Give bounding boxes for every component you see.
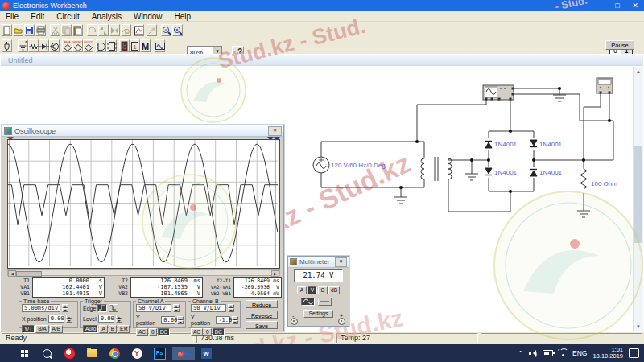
rising-edge-button[interactable] bbox=[97, 304, 107, 312]
reverse-button[interactable]: Reverse bbox=[246, 311, 278, 319]
volume-icon[interactable]: ) bbox=[529, 350, 537, 357]
ampere-mode-button[interactable]: A bbox=[297, 286, 307, 294]
ac-voltage-source[interactable] bbox=[313, 157, 329, 173]
language-indicator[interactable]: ENG bbox=[572, 349, 587, 357]
transformer[interactable] bbox=[421, 157, 452, 181]
readout-box-2: 126.8469ms -107.1535V 101.4865V bbox=[130, 277, 203, 298]
taskbar-search-button[interactable] bbox=[40, 347, 53, 360]
xposition-label: X position bbox=[22, 316, 47, 322]
clock-date: 18.10.2019 bbox=[592, 353, 623, 360]
timebase-spinner[interactable] bbox=[62, 304, 68, 312]
channel-a-scale[interactable]: 50 V/Div bbox=[136, 304, 171, 312]
diode-1n4001[interactable] bbox=[485, 168, 492, 175]
ewb-app-icon bbox=[178, 348, 189, 358]
scope-horizontal-scrollbar[interactable]: ◀ ▶ bbox=[7, 269, 280, 276]
photoshop-icon[interactable]: Ps bbox=[153, 347, 166, 360]
edge-label: Edge bbox=[83, 306, 96, 311]
ac-signal-button[interactable] bbox=[301, 298, 315, 306]
oscilloscope-window-icon bbox=[4, 127, 12, 135]
trigger-level-value[interactable]: 0.00 bbox=[98, 315, 114, 323]
scope-scroll-left-icon[interactable]: ◀ bbox=[8, 270, 16, 277]
scope-plot[interactable] bbox=[8, 140, 278, 266]
ground-symbol[interactable] bbox=[577, 211, 590, 217]
trigger-auto-button[interactable]: Auto bbox=[83, 325, 98, 333]
tray-chevron-icon[interactable]: ⌃ bbox=[518, 350, 523, 357]
trigger-b-button[interactable]: B bbox=[109, 325, 117, 333]
diode-1n4001[interactable] bbox=[530, 140, 537, 147]
channel-a-zero-button[interactable]: 0 bbox=[149, 328, 157, 336]
dc-signal-button[interactable] bbox=[318, 298, 332, 306]
multimeter-close-icon[interactable]: ✕ bbox=[335, 257, 347, 267]
channel-b-dc-button[interactable]: DC bbox=[213, 328, 225, 336]
yposition-label: Y position bbox=[136, 315, 159, 326]
channel-a-ac-button[interactable]: AC bbox=[136, 328, 148, 336]
trigger-a-button[interactable]: A bbox=[99, 325, 107, 333]
oscilloscope-title: Oscilloscope bbox=[14, 127, 56, 135]
wifi-icon[interactable]: * bbox=[559, 350, 567, 356]
trigger-ext-button[interactable]: Ext bbox=[118, 325, 130, 333]
channel-b-group: Channel B 50 V/Div Y position -1.00 AC 0… bbox=[188, 301, 241, 328]
ab-mode-button[interactable]: A/B bbox=[50, 325, 63, 333]
channel-a-ypos-spinner[interactable] bbox=[177, 316, 184, 324]
negative-terminal[interactable] bbox=[291, 318, 298, 325]
scope-grid bbox=[8, 140, 278, 266]
resistor-100-ohm[interactable] bbox=[580, 169, 587, 189]
xposition-value[interactable]: 0.00 bbox=[48, 315, 64, 323]
ground-symbol[interactable] bbox=[553, 95, 566, 101]
word-icon[interactable]: W bbox=[200, 347, 213, 360]
yt-mode-button[interactable]: Y/T bbox=[22, 325, 35, 333]
ewb-taskbar-button[interactable] bbox=[172, 347, 195, 360]
start-button[interactable] bbox=[18, 347, 31, 360]
yandex-browser-icon[interactable]: Y bbox=[130, 347, 143, 360]
multimeter-titlebar[interactable]: Multimeter ✕ bbox=[288, 257, 349, 268]
action-center-icon[interactable] bbox=[629, 348, 639, 358]
volt-mode-button[interactable]: V bbox=[308, 286, 317, 294]
falling-edge-icon bbox=[110, 305, 117, 311]
xposition-spinner[interactable] bbox=[66, 315, 72, 323]
oscilloscope-instrument-icon[interactable] bbox=[483, 85, 514, 101]
channel-a-group: Channel A 50 V/Div Y position 0.00 AC 0 … bbox=[133, 301, 186, 328]
resistor-label: 100 Ohm bbox=[591, 180, 617, 187]
channel-b-ypos-spinner[interactable] bbox=[232, 316, 238, 324]
oscilloscope-close-icon[interactable]: ✕ bbox=[268, 126, 282, 136]
settings-button[interactable]: Settings bbox=[303, 310, 333, 318]
readout-labels-3: T2-T1VA2-VA1VB2-VB1 bbox=[202, 278, 231, 297]
channel-b-ac-button[interactable]: AC bbox=[191, 328, 203, 336]
red-app-icon[interactable] bbox=[63, 347, 76, 360]
diode-1n4001[interactable] bbox=[485, 142, 492, 149]
channel-b-scale[interactable]: 50 V/Div bbox=[191, 304, 226, 312]
chrome-icon[interactable] bbox=[108, 347, 121, 360]
positive-terminal[interactable] bbox=[338, 318, 345, 325]
falling-edge-button[interactable] bbox=[109, 304, 118, 312]
battery-icon[interactable] bbox=[543, 350, 553, 356]
scope-scroll-thumb[interactable] bbox=[16, 271, 42, 277]
file-explorer-icon[interactable] bbox=[85, 347, 98, 360]
channel-a-ypos[interactable]: 0.00 bbox=[161, 316, 175, 324]
channel-a-scale-spinner[interactable] bbox=[173, 304, 180, 312]
rising-edge-icon bbox=[99, 305, 105, 311]
windows-logo-icon bbox=[21, 350, 28, 357]
reduce-button[interactable]: Reduce bbox=[246, 300, 278, 308]
readout-box-1: 0.0000s 162.4401V 101.4915V bbox=[32, 277, 105, 298]
channel-a-dc-button[interactable]: DC bbox=[158, 328, 170, 336]
multimeter-display: 21.74 V bbox=[294, 269, 343, 282]
ground-symbol[interactable] bbox=[394, 197, 407, 204]
channel-b-trace bbox=[8, 185, 278, 225]
ba-mode-button[interactable]: B/A bbox=[35, 325, 48, 333]
save-scope-button[interactable]: Save bbox=[246, 321, 278, 329]
timebase-value[interactable]: 5.00ms/div bbox=[22, 304, 60, 312]
oscilloscope-titlebar[interactable]: Oscilloscope ✕ bbox=[2, 125, 283, 137]
diode-1n4001[interactable] bbox=[530, 170, 537, 177]
taskbar-clock[interactable]: 1:01 18.10.2019 bbox=[592, 347, 623, 360]
channel-b-ypos[interactable]: -1.00 bbox=[216, 316, 230, 324]
scope-scroll-right-icon[interactable]: ▶ bbox=[271, 270, 279, 277]
decibel-mode-button[interactable]: dB bbox=[328, 286, 340, 294]
channel-b-zero-button[interactable]: 0 bbox=[204, 328, 212, 336]
yposition-label: Y position bbox=[191, 315, 214, 326]
channel-b-scale-spinner[interactable] bbox=[228, 304, 234, 312]
ground-symbol[interactable] bbox=[465, 174, 478, 180]
ohm-mode-button[interactable]: Ω bbox=[318, 286, 328, 294]
trigger-level-spinner[interactable] bbox=[116, 315, 122, 323]
multimeter-instrument-icon[interactable] bbox=[597, 78, 613, 94]
diode-label: 1N4001 bbox=[494, 141, 518, 148]
